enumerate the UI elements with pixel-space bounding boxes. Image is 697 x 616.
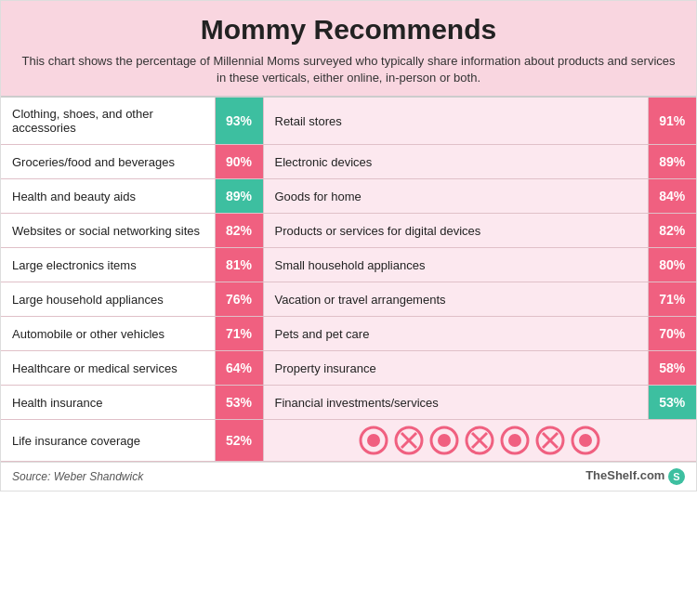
page-container: Mommy Recommends This chart shows the pe… (0, 0, 697, 491)
right-category-label: Small household appliances (263, 248, 648, 282)
table-row: Health and beauty aids89%Goods for home8… (1, 179, 696, 214)
right-pct-badge: 84% (648, 179, 696, 214)
table-row: Large electronics items81%Small househol… (1, 248, 696, 282)
left-category-label: Large household appliances (1, 282, 215, 317)
brand-label: TheShelf.com S (585, 468, 685, 485)
left-pct-badge: 81% (215, 248, 263, 282)
left-category-label: Life insurance coverage (1, 420, 215, 462)
right-pct-badge: 71% (648, 282, 696, 317)
table-row: Life insurance coverage52% (1, 420, 696, 462)
left-category-label: Groceries/food and beverages (1, 145, 215, 179)
left-category-label: Large electronics items (1, 248, 215, 282)
right-pct-badge: 53% (648, 386, 696, 420)
left-pct-badge: 93% (215, 97, 263, 145)
right-category-label: Financial investments/services (263, 386, 648, 420)
circle-icon (500, 426, 530, 455)
left-category-label: Health and beauty aids (1, 179, 215, 214)
right-pct-badge: 70% (648, 317, 696, 351)
data-table: Clothing, shoes, and other accessories93… (1, 96, 696, 462)
circle-icon (429, 426, 459, 455)
left-category-label: Automobile or other vehicles (1, 317, 215, 351)
left-pct-badge: 52% (215, 420, 263, 462)
right-pct-badge: 82% (648, 214, 696, 248)
x-icon (535, 426, 565, 455)
right-pct-badge: 58% (648, 351, 696, 386)
svg-point-6 (438, 434, 451, 447)
left-category-label: Health insurance (1, 386, 215, 420)
left-category-label: Healthcare or medical services (1, 351, 215, 386)
svg-point-16 (579, 434, 592, 447)
right-pct-badge: 91% (648, 97, 696, 145)
right-category-label: Vacation or travel arrangements (263, 282, 648, 317)
svg-point-1 (367, 434, 380, 447)
source-label: Source: Weber Shandwick (12, 470, 143, 483)
x-icon (394, 426, 424, 455)
left-pct-badge: 82% (215, 214, 263, 248)
left-pct-badge: 90% (215, 145, 263, 179)
left-pct-badge: 89% (215, 179, 263, 214)
left-pct-badge: 64% (215, 351, 263, 386)
table-row: Automobile or other vehicles71%Pets and … (1, 317, 696, 351)
subtitle-text: This chart shows the percentage of Mille… (20, 53, 677, 86)
left-pct-badge: 71% (215, 317, 263, 351)
circle-icon (359, 426, 388, 455)
table-row: Large household appliances76%Vacation or… (1, 282, 696, 317)
header-section: Mommy Recommends This chart shows the pe… (1, 1, 696, 96)
table-row: Groceries/food and beverages90%Electroni… (1, 145, 696, 179)
table-row: Clothing, shoes, and other accessories93… (1, 97, 696, 145)
table-row: Websites or social networking sites82%Pr… (1, 214, 696, 248)
table-row: Healthcare or medical services64%Propert… (1, 351, 696, 386)
left-pct-badge: 53% (215, 386, 263, 420)
right-pct-badge: 80% (648, 248, 696, 282)
right-category-label: Goods for home (263, 179, 648, 214)
table-row: Health insurance53%Financial investments… (1, 386, 696, 420)
circle-icon (571, 426, 600, 455)
right-category-label: Retail stores (263, 97, 648, 145)
svg-point-11 (508, 434, 521, 447)
right-pct-badge: 89% (648, 145, 696, 179)
page-title: Mommy Recommends (20, 14, 677, 46)
right-category-label: Pets and pet care (263, 317, 648, 351)
icons-cell (263, 420, 696, 462)
left-category-label: Websites or social networking sites (1, 214, 215, 248)
left-pct-badge: 76% (215, 282, 263, 317)
x-icon (465, 426, 494, 455)
footer-section: Source: Weber Shandwick TheShelf.com S (1, 462, 696, 491)
right-category-label: Products or services for digital devices (263, 214, 648, 248)
right-category-label: Property insurance (263, 351, 648, 386)
left-category-label: Clothing, shoes, and other accessories (1, 97, 215, 145)
right-category-label: Electronic devices (263, 145, 648, 179)
